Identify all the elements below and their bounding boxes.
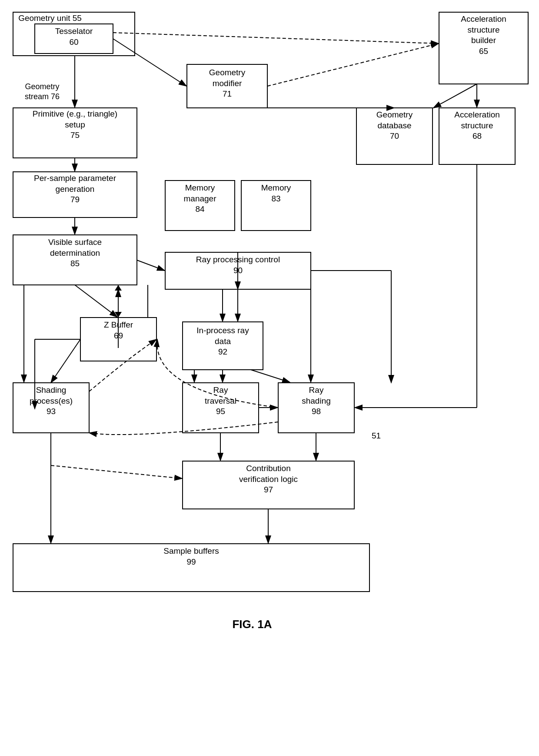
diagram-container: Geometry unit 55 Tesselator60 Geometryst… [0,0,539,756]
svg-line-50 [51,465,182,478]
geometry-modifier-label: Geometrymodifier71 [187,67,267,100]
svg-marker-59 [115,312,122,318]
svg-marker-58 [115,285,122,291]
svg-line-47 [51,339,80,383]
z-buffer-label: Z Buffer69 [80,320,156,341]
shading-processes-label: Shadingprocess(es)93 [13,385,89,417]
svg-line-21 [113,39,186,86]
fig-label: FIG. 1A [209,618,296,631]
label-51: 51 [372,431,381,442]
contribution-verification-label: Contributionverification logic97 [183,463,354,495]
ray-shading-label: Rayshading98 [278,385,354,417]
geometry-unit-label: Geometry unit 55 [17,13,83,24]
accel-structure-label: Accelerationstructure68 [439,110,515,142]
svg-line-25 [433,84,477,108]
svg-line-31 [75,285,117,317]
svg-line-22 [113,33,439,43]
memory-manager-label: Memorymanager84 [165,183,235,215]
per-sample-label: Per-sample parametergeneration79 [13,173,137,205]
svg-line-30 [137,260,165,271]
visible-surface-label: Visible surfacedetermination85 [13,237,137,269]
primitive-setup-label: Primitive (e.g., triangle)setup75 [13,109,137,141]
svg-line-23 [267,43,439,86]
ray-processing-label: Ray processing control90 [165,254,311,276]
memory-label: Memory83 [241,183,311,204]
geometry-stream-label: Geometrystream 76 [14,82,70,102]
svg-line-40 [251,370,290,382]
ray-traversal-label: Raytraversal95 [183,385,259,417]
tesselator-label: Tesselator60 [35,26,113,47]
sample-buffers-label: Sample buffers99 [13,546,369,567]
in-process-ray-label: In-process raydata92 [183,325,263,358]
accel-builder-label: Accelerationstructurebuilder65 [439,14,528,57]
geometry-database-label: Geometrydatabase70 [356,110,433,142]
